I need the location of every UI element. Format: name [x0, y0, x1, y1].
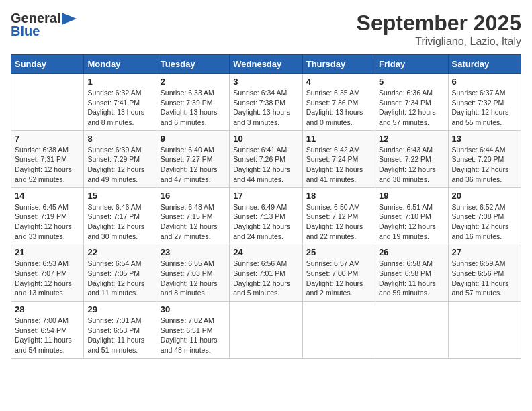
calendar-cell: 28Sunrise: 7:00 AMSunset: 6:54 PMDayligh… — [11, 302, 84, 359]
day-number: 13 — [452, 134, 517, 144]
day-info: Sunrise: 6:40 AMSunset: 7:27 PMDaylight:… — [161, 145, 226, 185]
location: Trivigliano, Lazio, Italy — [357, 36, 521, 48]
calendar-cell: 15Sunrise: 6:46 AMSunset: 7:17 PMDayligh… — [84, 187, 157, 244]
day-number: 25 — [306, 247, 371, 257]
calendar-cell: 14Sunrise: 6:45 AMSunset: 7:19 PMDayligh… — [11, 187, 84, 244]
calendar-cell: 2Sunrise: 6:33 AMSunset: 7:39 PMDaylight… — [157, 74, 229, 131]
calendar-cell: 11Sunrise: 6:42 AMSunset: 7:24 PMDayligh… — [302, 130, 375, 187]
calendar-cell: 4Sunrise: 6:35 AMSunset: 7:36 PMDaylight… — [302, 74, 375, 131]
logo: General Blue — [11, 11, 77, 39]
day-number: 6 — [452, 77, 517, 87]
calendar-cell: 21Sunrise: 6:53 AMSunset: 7:07 PMDayligh… — [11, 244, 84, 302]
day-number: 10 — [233, 134, 298, 144]
day-number: 19 — [379, 191, 444, 201]
day-info: Sunrise: 6:59 AMSunset: 6:56 PMDaylight:… — [452, 259, 517, 298]
header-tuesday: Tuesday — [157, 55, 229, 74]
day-number: 18 — [306, 191, 371, 201]
logo-blue: Blue — [11, 24, 40, 39]
day-number: 5 — [379, 77, 444, 87]
day-number: 4 — [306, 77, 371, 87]
calendar-cell: 22Sunrise: 6:54 AMSunset: 7:05 PMDayligh… — [84, 244, 157, 302]
day-number: 23 — [161, 247, 226, 257]
day-info: Sunrise: 6:53 AMSunset: 7:07 PMDaylight:… — [15, 259, 80, 298]
day-number: 14 — [15, 191, 80, 201]
calendar-cell: 6Sunrise: 6:37 AMSunset: 7:32 PMDaylight… — [448, 74, 521, 131]
day-info: Sunrise: 6:41 AMSunset: 7:26 PMDaylight:… — [233, 145, 298, 185]
day-info: Sunrise: 6:56 AMSunset: 7:01 PMDaylight:… — [233, 259, 298, 298]
calendar-cell: 5Sunrise: 6:36 AMSunset: 7:34 PMDaylight… — [375, 74, 448, 131]
calendar-cell: 24Sunrise: 6:56 AMSunset: 7:01 PMDayligh… — [230, 244, 302, 302]
day-info: Sunrise: 6:57 AMSunset: 7:00 PMDaylight:… — [306, 259, 371, 298]
day-number: 21 — [15, 247, 80, 257]
calendar-cell: 18Sunrise: 6:50 AMSunset: 7:12 PMDayligh… — [302, 187, 375, 244]
day-info: Sunrise: 6:38 AMSunset: 7:31 PMDaylight:… — [15, 145, 80, 185]
day-info: Sunrise: 6:54 AMSunset: 7:05 PMDaylight:… — [87, 259, 152, 298]
calendar-cell: 3Sunrise: 6:34 AMSunset: 7:38 PMDaylight… — [230, 74, 302, 131]
day-number: 12 — [379, 134, 444, 144]
day-info: Sunrise: 6:44 AMSunset: 7:20 PMDaylight:… — [452, 145, 517, 185]
day-number: 9 — [161, 134, 226, 144]
day-info: Sunrise: 7:02 AMSunset: 6:51 PMDaylight:… — [161, 316, 226, 355]
day-number: 16 — [161, 191, 226, 201]
day-info: Sunrise: 7:01 AMSunset: 6:53 PMDaylight:… — [87, 316, 152, 355]
day-number: 1 — [87, 77, 152, 87]
calendar-cell: 8Sunrise: 6:39 AMSunset: 7:29 PMDaylight… — [84, 130, 157, 187]
calendar-cell: 19Sunrise: 6:51 AMSunset: 7:10 PMDayligh… — [375, 187, 448, 244]
day-number: 26 — [379, 247, 444, 257]
day-info: Sunrise: 6:49 AMSunset: 7:13 PMDaylight:… — [233, 202, 298, 242]
day-number: 20 — [452, 191, 517, 201]
day-info: Sunrise: 6:37 AMSunset: 7:32 PMDaylight:… — [452, 88, 517, 128]
day-number: 29 — [87, 304, 152, 314]
page-header: General Blue September 2025 Trivigliano,… — [11, 11, 521, 48]
header-thursday: Thursday — [302, 55, 375, 74]
calendar-cell — [448, 302, 521, 359]
calendar-cell — [375, 302, 448, 359]
logo-icon — [62, 13, 77, 25]
calendar-cell — [302, 302, 375, 359]
calendar-cell: 25Sunrise: 6:57 AMSunset: 7:00 PMDayligh… — [302, 244, 375, 302]
day-number: 22 — [87, 247, 152, 257]
calendar-cell: 13Sunrise: 6:44 AMSunset: 7:20 PMDayligh… — [448, 130, 521, 187]
day-info: Sunrise: 6:42 AMSunset: 7:24 PMDaylight:… — [306, 145, 371, 185]
calendar-cell: 17Sunrise: 6:49 AMSunset: 7:13 PMDayligh… — [230, 187, 302, 244]
day-info: Sunrise: 6:51 AMSunset: 7:10 PMDaylight:… — [379, 202, 444, 242]
calendar-cell — [11, 74, 84, 131]
calendar-cell: 30Sunrise: 7:02 AMSunset: 6:51 PMDayligh… — [157, 302, 229, 359]
day-number: 15 — [87, 191, 152, 201]
day-number: 24 — [233, 247, 298, 257]
header-friday: Friday — [375, 55, 448, 74]
day-info: Sunrise: 6:33 AMSunset: 7:39 PMDaylight:… — [161, 88, 226, 128]
day-number: 11 — [306, 134, 371, 144]
day-info: Sunrise: 6:43 AMSunset: 7:22 PMDaylight:… — [379, 145, 444, 185]
day-info: Sunrise: 6:45 AMSunset: 7:19 PMDaylight:… — [15, 202, 80, 242]
calendar-cell: 16Sunrise: 6:48 AMSunset: 7:15 PMDayligh… — [157, 187, 229, 244]
calendar-week-2: 14Sunrise: 6:45 AMSunset: 7:19 PMDayligh… — [11, 187, 521, 244]
calendar-cell: 23Sunrise: 6:55 AMSunset: 7:03 PMDayligh… — [157, 244, 229, 302]
day-info: Sunrise: 6:58 AMSunset: 6:58 PMDaylight:… — [379, 259, 444, 298]
day-number: 8 — [87, 134, 152, 144]
day-number: 3 — [233, 77, 298, 87]
calendar-cell — [230, 302, 302, 359]
svg-marker-0 — [62, 13, 77, 25]
calendar-cell: 9Sunrise: 6:40 AMSunset: 7:27 PMDaylight… — [157, 130, 229, 187]
day-info: Sunrise: 6:36 AMSunset: 7:34 PMDaylight:… — [379, 88, 444, 128]
calendar-week-1: 7Sunrise: 6:38 AMSunset: 7:31 PMDaylight… — [11, 130, 521, 187]
day-number: 7 — [15, 134, 80, 144]
calendar-cell: 27Sunrise: 6:59 AMSunset: 6:56 PMDayligh… — [448, 244, 521, 302]
day-info: Sunrise: 6:35 AMSunset: 7:36 PMDaylight:… — [306, 88, 371, 128]
day-number: 30 — [161, 304, 226, 314]
day-info: Sunrise: 6:46 AMSunset: 7:17 PMDaylight:… — [87, 202, 152, 242]
calendar-week-4: 28Sunrise: 7:00 AMSunset: 6:54 PMDayligh… — [11, 302, 521, 359]
header-wednesday: Wednesday — [230, 55, 302, 74]
day-number: 2 — [161, 77, 226, 87]
calendar-cell: 12Sunrise: 6:43 AMSunset: 7:22 PMDayligh… — [375, 130, 448, 187]
day-info: Sunrise: 6:34 AMSunset: 7:38 PMDaylight:… — [233, 88, 298, 128]
day-info: Sunrise: 6:55 AMSunset: 7:03 PMDaylight:… — [161, 259, 226, 298]
header-saturday: Saturday — [448, 55, 521, 74]
day-info: Sunrise: 6:39 AMSunset: 7:29 PMDaylight:… — [87, 145, 152, 185]
day-number: 17 — [233, 191, 298, 201]
calendar-cell: 29Sunrise: 7:01 AMSunset: 6:53 PMDayligh… — [84, 302, 157, 359]
day-info: Sunrise: 6:50 AMSunset: 7:12 PMDaylight:… — [306, 202, 371, 242]
day-info: Sunrise: 7:00 AMSunset: 6:54 PMDaylight:… — [15, 316, 80, 355]
calendar-week-0: 1Sunrise: 6:32 AMSunset: 7:41 PMDaylight… — [11, 74, 521, 131]
